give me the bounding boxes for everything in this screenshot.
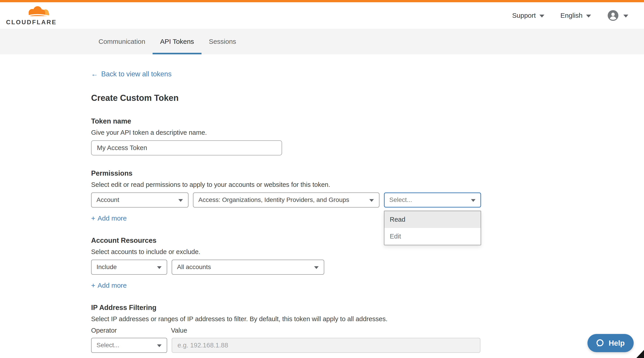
- app-header: CLOUDFLARE Support English: [0, 2, 644, 29]
- account-menu[interactable]: [607, 10, 628, 21]
- account-resources-section: Account Resources Select accounts to inc…: [91, 236, 644, 290]
- support-menu[interactable]: Support: [512, 12, 544, 19]
- chevron-down-icon: [157, 344, 162, 347]
- permission-scope-select[interactable]: Account: [91, 192, 188, 208]
- ip-operator-placeholder: Select...: [96, 341, 119, 349]
- token-name-heading: Token name: [91, 117, 644, 125]
- access-dropdown-menu: Read Edit: [384, 211, 481, 245]
- account-scope-select[interactable]: All accounts: [172, 260, 324, 275]
- plus-icon: +: [91, 281, 95, 290]
- cloudflare-cloud-icon: [24, 6, 52, 19]
- cloudflare-wordmark: CLOUDFLARE: [6, 19, 53, 26]
- ip-filtering-heading: IP Address Filtering: [91, 304, 644, 312]
- back-to-tokens-link[interactable]: ← Back to view all tokens: [91, 70, 172, 78]
- account-mode-select[interactable]: Include: [91, 260, 167, 275]
- dropdown-option-edit[interactable]: Edit: [384, 228, 481, 245]
- permissions-add-more-link[interactable]: + Add more: [91, 214, 127, 223]
- permission-access-placeholder: Select...: [389, 196, 412, 203]
- left-arrow-icon: ←: [91, 70, 98, 78]
- permissions-row: Account Access: Organizations, Identity …: [91, 192, 644, 208]
- header-menus: Support English: [512, 10, 628, 21]
- main-content: ← Back to view all tokens Create Custom …: [0, 54, 644, 353]
- chevron-down-icon: [586, 15, 591, 18]
- cloudflare-logo[interactable]: CLOUDFLARE: [6, 6, 53, 26]
- token-name-description: Give your API token a descriptive name.: [91, 129, 644, 136]
- page-title: Create Custom Token: [91, 93, 644, 103]
- chat-bubble-icon: [595, 338, 604, 348]
- ip-filtering-section: IP Address Filtering Select IP addresses…: [91, 304, 644, 353]
- ip-filtering-row: Select...: [91, 338, 644, 353]
- account-resources-row: Include All accounts: [91, 260, 644, 275]
- help-button[interactable]: Help: [588, 334, 634, 352]
- account-scope-value: All accounts: [177, 263, 211, 271]
- permission-scope-value: Account: [96, 196, 119, 203]
- add-more-label: Add more: [98, 282, 127, 289]
- chevron-down-icon: [314, 266, 319, 269]
- chevron-down-icon: [540, 15, 544, 18]
- language-menu[interactable]: English: [560, 12, 591, 19]
- permission-access-select[interactable]: Select...: [384, 192, 481, 208]
- tab-sessions[interactable]: Sessions: [202, 29, 244, 54]
- chevron-down-icon: [178, 199, 183, 202]
- help-button-label: Help: [608, 339, 625, 347]
- ip-operator-select[interactable]: Select...: [91, 338, 167, 353]
- chevron-down-icon: [623, 15, 628, 18]
- token-name-section: Token name Give your API token a descrip…: [91, 117, 644, 155]
- chevron-down-icon: [157, 266, 162, 269]
- dropdown-option-read[interactable]: Read: [384, 211, 481, 228]
- account-resources-add-more-link[interactable]: + Add more: [91, 281, 127, 290]
- permissions-description: Select edit or read permissions to apply…: [91, 181, 644, 188]
- plus-icon: +: [91, 214, 95, 223]
- account-resources-heading: Account Resources: [91, 236, 644, 245]
- user-avatar-icon: [607, 10, 619, 21]
- profile-tabs: Communication API Tokens Sessions: [0, 29, 644, 54]
- add-more-label: Add more: [98, 214, 127, 222]
- tab-api-tokens[interactable]: API Tokens: [152, 29, 201, 54]
- ip-filtering-description: Select IP addresses or ranges of IP addr…: [91, 315, 644, 323]
- language-menu-label: English: [560, 12, 582, 19]
- brand-accent-bar: [0, 0, 644, 2]
- value-label: Value: [171, 327, 187, 334]
- permissions-section: Permissions Select edit or read permissi…: [91, 169, 644, 223]
- ip-value-input: [172, 338, 480, 353]
- permission-group-select[interactable]: Access: Organizations, Identity Provider…: [193, 192, 380, 208]
- permissions-heading: Permissions: [91, 169, 644, 177]
- mouse-cursor: [636, 350, 644, 358]
- token-name-input[interactable]: [91, 140, 282, 155]
- ip-field-labels: Operator Value: [91, 327, 644, 334]
- tab-communication[interactable]: Communication: [91, 29, 152, 54]
- account-resources-description: Select accounts to include or exclude.: [91, 248, 644, 256]
- account-mode-value: Include: [96, 263, 117, 271]
- operator-label: Operator: [91, 327, 171, 334]
- support-menu-label: Support: [512, 12, 536, 19]
- permission-group-value: Access: Organizations, Identity Provider…: [198, 196, 349, 203]
- permission-access-select-wrap: Select... Read Edit: [384, 192, 481, 208]
- chevron-down-icon: [471, 199, 476, 202]
- back-link-label: Back to view all tokens: [101, 70, 172, 78]
- chevron-down-icon: [369, 199, 374, 202]
